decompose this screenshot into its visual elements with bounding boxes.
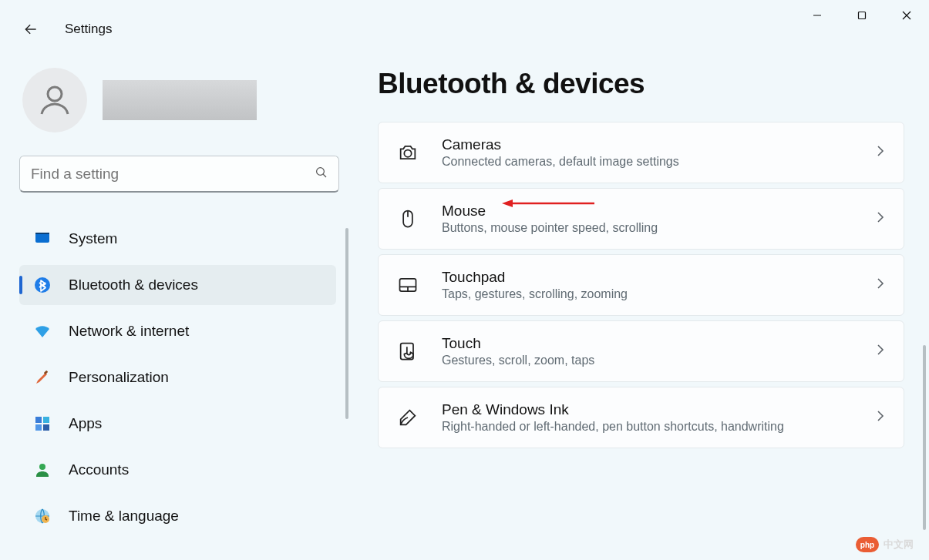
svg-point-16 [39, 464, 45, 470]
watermark: php 中文网 [856, 537, 914, 552]
sidebar: System Bluetooth & devices Network & int… [0, 52, 362, 560]
profile-name-placeholder [103, 80, 257, 120]
svg-point-19 [404, 150, 411, 157]
watermark-text: 中文网 [884, 538, 914, 552]
settings-card-pen-ink[interactable]: Pen & Windows Ink Right-handed or left-h… [378, 387, 904, 448]
card-title: Mouse [442, 203, 853, 220]
pen-icon [395, 405, 420, 430]
sidebar-item-label: Time & language [69, 508, 179, 525]
app-title: Settings [65, 22, 112, 37]
svg-point-6 [317, 168, 325, 176]
wifi-icon [33, 322, 52, 340]
monitor-icon [33, 230, 52, 248]
settings-card-touch[interactable]: Touch Gestures, scroll, zoom, taps [378, 320, 904, 382]
sidebar-item-time-language[interactable]: Time & language [19, 496, 336, 536]
sidebar-item-label: Network & internet [69, 323, 189, 340]
bluetooth-icon [33, 276, 52, 294]
svg-rect-15 [43, 424, 49, 431]
card-title: Touch [442, 335, 853, 352]
card-subtitle: Buttons, mouse pointer speed, scrolling [442, 221, 853, 235]
card-title: Cameras [442, 136, 853, 153]
close-button[interactable] [884, 0, 929, 31]
watermark-logo: php [856, 537, 879, 552]
sidebar-nav: System Bluetooth & devices Network & int… [19, 219, 355, 536]
svg-rect-9 [35, 233, 49, 234]
maximize-button[interactable] [840, 0, 884, 31]
profile-block[interactable] [19, 68, 355, 132]
sidebar-item-apps[interactable]: Apps [19, 404, 336, 444]
back-button[interactable] [15, 14, 46, 45]
sidebar-item-label: Apps [69, 415, 102, 432]
window-controls [795, 0, 929, 31]
svg-rect-1 [859, 12, 866, 19]
apps-icon [33, 414, 52, 433]
sidebar-item-label: Personalization [69, 369, 169, 386]
sidebar-item-bluetooth-devices[interactable]: Bluetooth & devices [19, 265, 336, 305]
sidebar-scrollbar[interactable] [345, 228, 348, 419]
camera-icon [395, 140, 420, 165]
card-subtitle: Right-handed or left-handed, pen button … [442, 420, 853, 434]
svg-rect-11 [44, 371, 49, 375]
chevron-right-icon [874, 277, 887, 293]
sidebar-item-network[interactable]: Network & internet [19, 311, 336, 351]
settings-card-touchpad[interactable]: Touchpad Taps, gestures, scrolling, zoom… [378, 254, 904, 316]
titlebar: Settings [0, 0, 929, 52]
search-icon [315, 166, 328, 183]
touch-icon [395, 339, 420, 364]
chevron-right-icon [874, 211, 887, 226]
svg-rect-12 [35, 417, 42, 423]
svg-rect-13 [43, 417, 49, 423]
card-title: Touchpad [442, 269, 853, 286]
settings-card-mouse[interactable]: Mouse Buttons, mouse pointer speed, scro… [378, 188, 904, 250]
sidebar-item-label: System [69, 230, 117, 247]
main-content: Bluetooth & devices Cameras Connected ca… [362, 52, 929, 560]
minimize-button[interactable] [795, 0, 840, 31]
sidebar-item-accounts[interactable]: Accounts [19, 450, 336, 490]
card-subtitle: Connected cameras, default image setting… [442, 155, 853, 169]
search-input[interactable] [19, 156, 339, 193]
chevron-right-icon [874, 145, 887, 160]
svg-line-7 [323, 174, 326, 177]
card-title: Pen & Windows Ink [442, 401, 853, 418]
sidebar-item-label: Accounts [69, 461, 129, 478]
chevron-right-icon [874, 344, 887, 359]
settings-card-cameras[interactable]: Cameras Connected cameras, default image… [378, 122, 904, 183]
card-subtitle: Gestures, scroll, zoom, taps [442, 354, 853, 367]
svg-rect-14 [35, 424, 42, 431]
sidebar-item-system[interactable]: System [19, 219, 336, 259]
globe-clock-icon [33, 507, 52, 525]
page-title: Bluetooth & devices [378, 68, 904, 100]
touchpad-icon [395, 273, 420, 297]
chevron-right-icon [874, 410, 887, 425]
avatar [22, 68, 87, 132]
card-subtitle: Taps, gestures, scrolling, zooming [442, 287, 853, 301]
svg-point-5 [48, 87, 62, 101]
mouse-icon [395, 206, 420, 231]
paintbrush-icon [33, 368, 52, 387]
main-scrollbar[interactable] [923, 345, 926, 530]
sidebar-item-personalization[interactable]: Personalization [19, 357, 336, 397]
person-icon [33, 461, 52, 479]
sidebar-item-label: Bluetooth & devices [69, 277, 198, 293]
